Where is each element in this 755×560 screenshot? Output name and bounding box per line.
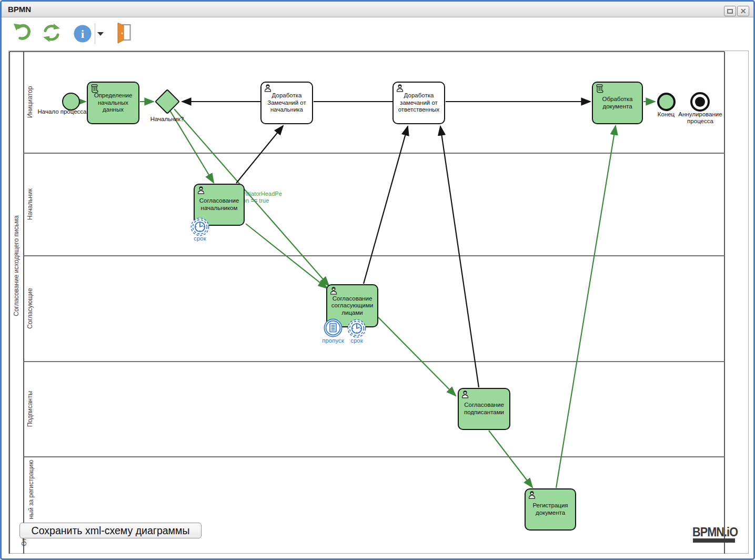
- task-register-document[interactable]: Регистрация документа: [525, 488, 576, 531]
- svg-text:i: i: [81, 27, 84, 41]
- task-label: Согласование начальником: [196, 197, 242, 212]
- close-icon: ✕: [740, 7, 747, 15]
- task-label: Регистрация документа: [527, 502, 573, 516]
- task-define-initial-data[interactable]: Определение начальных данных: [87, 82, 139, 124]
- user-icon: [197, 186, 205, 195]
- gateway-label: Начальник?: [150, 116, 184, 123]
- user-icon: [461, 390, 469, 399]
- window-title: BPMN: [8, 5, 31, 14]
- maximize-icon: [727, 9, 733, 14]
- save-xml-button[interactable]: Сохранить xml-схему диаграммы: [19, 523, 202, 538]
- user-icon: [528, 491, 536, 499]
- task-label: Доработка Замечаний от начальника: [263, 92, 310, 114]
- maximize-button[interactable]: [724, 6, 736, 16]
- undo-button[interactable]: [13, 23, 31, 43]
- title-bar: BPMN ✕: [2, 2, 753, 17]
- lane-label-initiator: Инициатор: [26, 86, 34, 118]
- user-icon: [396, 84, 404, 93]
- script-icon: [595, 84, 603, 93]
- refresh-button[interactable]: [42, 23, 61, 43]
- exit-door-icon: [118, 23, 130, 44]
- terminate-label: Аннулирование процесса: [677, 111, 724, 125]
- timer-boundary-event[interactable]: [190, 217, 210, 237]
- task-rework-responsible-remarks[interactable]: Доработка замечаний от ответственных: [392, 82, 445, 124]
- task-label: Определение начальных данных: [89, 92, 137, 114]
- timer-label: срок: [344, 337, 370, 344]
- terminate-icon: [695, 97, 705, 107]
- dropdown-caret-icon[interactable]: [97, 32, 104, 36]
- task-label: Доработка замечаний от ответственных: [395, 92, 442, 114]
- task-label: Согласование подписантами: [460, 402, 508, 416]
- end-event[interactable]: [657, 93, 676, 111]
- timer-icon: [191, 218, 208, 235]
- user-icon: [264, 84, 272, 93]
- task-rework-chief-remarks[interactable]: Доработка Замечаний от начальника: [260, 82, 313, 124]
- lane-label-signers: Подписанты: [26, 391, 34, 427]
- lane-label-chief: Начальник: [26, 188, 34, 220]
- info-icon: i: [74, 25, 92, 43]
- pool-label: Согласование исходящего письма: [13, 215, 20, 316]
- task-label: Согласование согласующими лицами: [329, 295, 376, 317]
- user-icon: [329, 286, 338, 295]
- close-button[interactable]: ✕: [737, 6, 749, 16]
- timer-icon: [348, 319, 365, 337]
- terminate-end-event[interactable]: [690, 92, 710, 112]
- task-approve-by-signers[interactable]: Согласование подписантами: [458, 388, 510, 430]
- toolbar-divider: [95, 23, 95, 44]
- start-event-label: Начало процесса: [36, 108, 88, 115]
- skip-boundary-event[interactable]: [323, 318, 343, 338]
- lane-label-reviewers: Согласующие: [26, 288, 34, 328]
- task-process-document[interactable]: Обработка документа: [592, 82, 643, 124]
- start-event[interactable]: [62, 93, 80, 111]
- script-icon: [90, 84, 98, 93]
- info-button[interactable]: i: [74, 25, 92, 43]
- timer-label: срок: [187, 235, 213, 242]
- bpmn-io-logo: BPMN.iO: [692, 525, 738, 539]
- bpmn-io-logo-underline: [693, 538, 735, 543]
- lane-label-registrar-line2: ный за регистрацию: [27, 460, 35, 519]
- app-window: BPMN ✕ i: [0, 0, 755, 560]
- exit-button[interactable]: [116, 22, 132, 44]
- undo-icon: [14, 24, 29, 38]
- timer-boundary-event[interactable]: [347, 318, 367, 338]
- diagram-canvas[interactable]: [8, 51, 749, 554]
- document-icon: [324, 319, 341, 336]
- task-label: Обработка документа: [595, 96, 640, 110]
